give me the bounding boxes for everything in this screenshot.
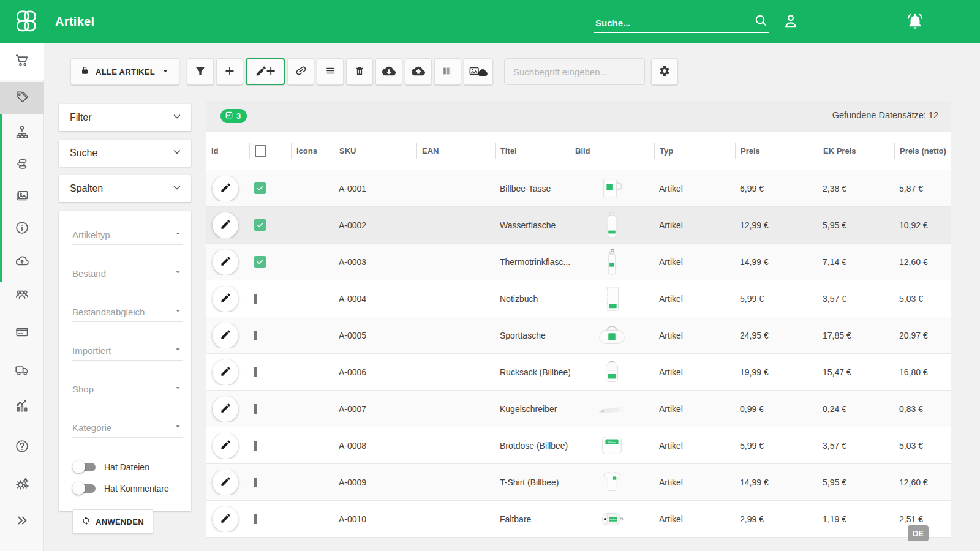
filter-button[interactable] — [187, 58, 214, 85]
sidebar-item-chart[interactable] — [0, 391, 44, 423]
sidebar-item-users[interactable] — [0, 280, 44, 312]
sidebar-item-cloud-upload[interactable] — [0, 246, 44, 277]
table-row[interactable]: A-0005SporttascheArtikel24,95 €17,85 €20… — [206, 317, 951, 354]
user-icon[interactable] — [782, 12, 800, 32]
language-badge[interactable]: DE — [908, 525, 929, 541]
image-cloud-button[interactable] — [464, 58, 493, 85]
delete-button[interactable] — [346, 58, 373, 85]
table-settings-button[interactable] — [651, 58, 678, 85]
chart-icon — [14, 398, 30, 416]
table-header-row: IdIconsSKUEANTitelBildTypPreisEK PreisPr… — [206, 132, 951, 170]
table-search-input[interactable] — [504, 58, 645, 85]
barcode-button[interactable] — [434, 58, 461, 85]
row-checkbox[interactable] — [254, 256, 266, 268]
table-row[interactable]: A-0007KugelschreiberArtikel0,99 €0,24 €0… — [206, 391, 951, 427]
row-checkbox[interactable] — [254, 514, 257, 524]
filter-field-importiert[interactable]: Importiert — [72, 345, 183, 361]
sidebar-item-images[interactable] — [0, 181, 44, 213]
edit-row-button[interactable] — [213, 212, 238, 238]
pencil-icon — [220, 365, 232, 379]
table-row[interactable]: A-0002WasserflascheArtikel12,99 €5,95 €1… — [206, 207, 951, 244]
filter-field-artikeltyp[interactable]: Artikeltyp — [72, 229, 183, 245]
edit-row-button[interactable] — [213, 323, 238, 348]
row-checkbox[interactable] — [254, 478, 257, 487]
toggle-switch-hat-kommentare[interactable] — [72, 482, 97, 495]
filter-field-label: Shop — [72, 384, 94, 394]
sidebar-item-gears[interactable] — [0, 469, 44, 501]
cloud-download-button[interactable] — [375, 58, 402, 85]
table-row[interactable]: A-0006Rucksack (Billbee)Artikel19,99 €15… — [206, 354, 951, 391]
filter-section-suche[interactable]: Suche — [59, 140, 191, 167]
filter-field-bestand[interactable]: Bestand — [72, 268, 183, 283]
apply-filters-button[interactable]: ANWENDEN — [72, 509, 153, 534]
edit-row-button[interactable] — [213, 286, 238, 312]
sidebar-item-truck[interactable] — [0, 355, 44, 387]
cell-sku: A-0008 — [334, 441, 417, 451]
edit-row-button[interactable] — [213, 249, 238, 275]
sidebar-item-tag[interactable] — [0, 82, 44, 114]
filter-section-filter[interactable]: Filter — [59, 104, 191, 131]
global-search-input[interactable] — [594, 18, 753, 32]
filter-icon — [194, 65, 206, 79]
filter-field-kategorie[interactable]: Kategorie — [72, 422, 183, 438]
sidebar-item-credit-card[interactable] — [0, 317, 44, 349]
table-row[interactable]: A-0001Billbee-TasseArtikel6,99 €2,38 €5,… — [206, 170, 951, 207]
add-button[interactable] — [216, 58, 243, 85]
sidebar-item-sitemap[interactable] — [0, 118, 44, 149]
select-all-checkbox[interactable] — [255, 145, 266, 157]
column-header-icons: Icons — [291, 143, 334, 159]
list-button[interactable] — [317, 58, 344, 85]
edit-row-button[interactable] — [213, 396, 238, 422]
info-icon — [14, 220, 30, 238]
svg-text:Billbee: Billbee — [609, 518, 617, 520]
toggle-switch-hat-dateien[interactable] — [72, 460, 97, 473]
row-checkbox[interactable] — [254, 441, 257, 451]
row-checkbox[interactable] — [254, 404, 257, 414]
edit-row-button[interactable] — [213, 506, 238, 532]
apply-filters-label: ANWENDEN — [96, 517, 144, 527]
cell-ek-preis: 3,57 € — [818, 441, 894, 451]
filter-field-bestandsabgleich[interactable]: Bestandsabgleich — [72, 306, 183, 322]
edit-add-button[interactable] — [246, 58, 285, 85]
table-row[interactable]: A-0009T-Shirt (Billbee)Artikel14,99 €5,9… — [206, 464, 951, 501]
cell-edit — [206, 212, 249, 238]
cell-titel: Billbee-Tasse — [495, 184, 570, 193]
sidebar-item-double-chevron-right[interactable] — [0, 506, 44, 538]
sidebar-item-help[interactable] — [0, 432, 44, 463]
row-checkbox[interactable] — [254, 182, 266, 194]
product-thumbnail — [570, 320, 654, 351]
table-row[interactable]: A-0003Thermotrinkflasc...Artikel14,99 €7… — [206, 244, 951, 280]
trash-icon — [354, 66, 365, 78]
filter-field-shop[interactable]: Shop — [72, 383, 183, 399]
sidebar-item-layers[interactable] — [0, 149, 44, 181]
cloud-upload-button[interactable] — [405, 58, 432, 85]
cell-edit — [206, 396, 249, 422]
view-selector-button[interactable]: ALLE ARTIKEL — [70, 58, 179, 85]
table-row[interactable]: A-0004NotizbuchArtikel5,99 €3,57 €5,03 € — [206, 280, 951, 317]
row-checkbox[interactable] — [254, 367, 257, 377]
edit-row-button[interactable] — [213, 176, 238, 201]
edit-row-button[interactable] — [213, 470, 238, 495]
table-row[interactable]: A-0008Brotdose (Billbee)BillbeeArtikel5,… — [206, 427, 951, 464]
link-button[interactable] — [287, 58, 314, 85]
product-thumbnail — [570, 246, 654, 278]
product-thumbnail: Billbee — [570, 430, 654, 462]
filter-section-label: Suche — [70, 148, 97, 159]
bell-icon[interactable] — [905, 11, 925, 33]
row-checkbox[interactable] — [254, 219, 266, 231]
row-checkbox[interactable] — [254, 294, 257, 304]
selected-count-badge[interactable]: 3 — [221, 109, 247, 123]
column-header-typ: Typ — [654, 143, 735, 159]
row-checkbox[interactable] — [254, 331, 257, 340]
sidebar-nav — [0, 43, 44, 551]
cell-preis-netto: 0,83 € — [894, 404, 951, 414]
table-row[interactable]: A-0010FaltbareBillbeeArtikel2,99 €1,19 €… — [206, 501, 951, 538]
sidebar-item-info[interactable] — [0, 213, 44, 245]
sidebar-item-cart[interactable] — [0, 45, 44, 77]
edit-row-button[interactable] — [213, 359, 238, 385]
search-icon[interactable] — [753, 13, 768, 30]
tag-icon — [14, 89, 30, 107]
cell-sku: A-0009 — [334, 478, 417, 487]
filter-section-spalten[interactable]: Spalten — [59, 175, 191, 202]
edit-row-button[interactable] — [213, 433, 238, 459]
